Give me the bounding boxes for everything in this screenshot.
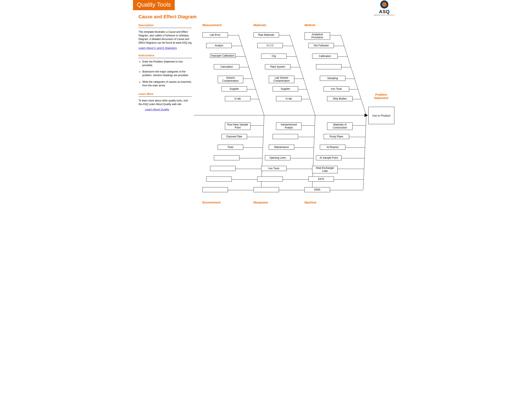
cause-box[interactable] <box>272 134 298 139</box>
cause-box[interactable]: Iron Tools <box>261 166 287 171</box>
cause-box[interactable]: Dirty Bottles <box>327 96 353 101</box>
cause-box[interactable]: Opening Lines <box>265 155 291 160</box>
cause-box[interactable]: At Reactor <box>320 145 345 150</box>
sidebar: Description This template illustrates a … <box>133 22 192 113</box>
instruction-item: Brainstorm the major categories of the p… <box>142 70 192 77</box>
cause-box[interactable]: E583 <box>304 187 330 192</box>
cause-box[interactable]: Rusty Pipes <box>324 134 349 139</box>
cause-box[interactable]: Plant System <box>265 64 291 69</box>
cause-box[interactable]: Heat Exchanger Leak <box>312 166 338 173</box>
learn-ce-link[interactable]: Learn About C and E Diagrams <box>139 46 177 50</box>
cause-box[interactable]: Analyst <box>206 43 232 48</box>
cause-box[interactable] <box>202 187 228 192</box>
cause-box[interactable]: Not Followed <box>308 43 334 48</box>
cause-box[interactable]: Improper Calibration <box>210 54 235 58</box>
cause-box[interactable]: H 2 O <box>257 43 283 48</box>
learn-more-text: To learn more about other quality tools,… <box>139 99 192 106</box>
page-banner: Quality Tools <box>133 0 175 10</box>
cause-box[interactable]: Lab Solvent Contamination <box>269 76 294 83</box>
cause-box[interactable] <box>257 177 283 182</box>
problem-statement-label: Problem Statement <box>368 93 394 100</box>
svg-line-18 <box>341 35 366 115</box>
category-label: Method <box>304 23 315 27</box>
cause-box[interactable]: Exposed Pipe <box>222 134 247 139</box>
cause-box[interactable]: Supplier <box>272 86 298 92</box>
cause-box[interactable] <box>316 64 342 69</box>
cause-box[interactable] <box>210 166 235 171</box>
cause-box[interactable]: E470 <box>308 177 334 182</box>
cause-box[interactable]: Iron Tools <box>324 86 349 92</box>
cause-box[interactable] <box>214 155 239 160</box>
cause-box[interactable]: Inexperienced Analyst <box>276 123 302 130</box>
cause-box[interactable]: Maintenance <box>269 145 294 150</box>
cause-box[interactable]: At Sample Point <box>316 155 342 160</box>
svg-line-42 <box>363 115 366 190</box>
category-label: Machine <box>304 201 317 204</box>
category-label: Materials <box>253 23 266 27</box>
cause-box[interactable]: Calibration <box>312 54 338 59</box>
category-label: Measurement <box>202 23 222 27</box>
cause-box[interactable] <box>253 187 279 192</box>
cause-box[interactable]: Sampling <box>320 76 345 81</box>
fishbone-svg <box>194 22 398 213</box>
cause-box[interactable]: Calculation <box>214 64 239 69</box>
cause-box[interactable]: In lab <box>225 96 250 101</box>
instructions-heading: Instructions <box>139 54 192 58</box>
instruction-item: Enter the Problem Statement in box provi… <box>142 60 192 67</box>
logo-brand: ASQ <box>374 9 395 14</box>
problem-statement-box[interactable]: Iron in Product <box>368 107 394 124</box>
fishbone-diagram: MeasurementLab ErrorAnalystImproper Cali… <box>194 22 399 213</box>
instructions-list: Enter the Problem Statement in box provi… <box>139 60 192 87</box>
asq-logo: ASQ AMERICAN SOCIETY FOR QUALITY <box>374 0 395 16</box>
category-label: Manpower <box>253 201 268 204</box>
cause-box[interactable]: Lab Error <box>202 32 228 37</box>
globe-icon <box>380 0 388 8</box>
cause-box[interactable]: In lab <box>276 96 302 101</box>
cause-box[interactable]: Rust Near Sample Point <box>225 123 250 130</box>
learn-quality-link[interactable]: Learn About Quality <box>145 108 169 111</box>
description-text: This template illustrates a Cause and Ef… <box>139 30 192 44</box>
cause-box[interactable] <box>206 177 232 182</box>
logo-tagline: AMERICAN SOCIETY FOR QUALITY <box>374 14 395 16</box>
learn-more-heading: Learn More <box>139 92 192 97</box>
instruction-item: Write the categories of causes as branch… <box>142 80 192 87</box>
cause-box[interactable]: Solvent Contamination <box>218 76 243 83</box>
cause-box[interactable]: Raw Materials <box>253 32 279 37</box>
page-title: Cause and Effect Diagram <box>139 14 399 19</box>
cause-box[interactable]: Tools <box>218 145 243 150</box>
cause-box[interactable]: City <box>261 54 287 59</box>
cause-box[interactable]: Analytical Procedure <box>304 32 330 40</box>
cause-box[interactable]: Materials of Construction <box>327 123 353 130</box>
description-heading: Description <box>139 23 192 28</box>
cause-box[interactable]: Supplier <box>222 86 247 92</box>
category-label: Environment <box>202 201 221 204</box>
